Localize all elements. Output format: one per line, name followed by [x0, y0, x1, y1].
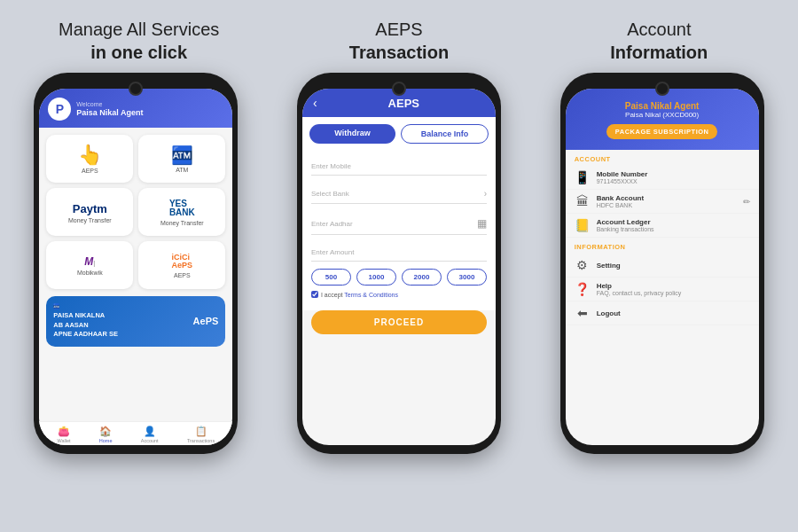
- phone2: ‹ AEPS Withdraw Balance Info Enter Mobil…: [297, 73, 501, 454]
- atm-tile[interactable]: 🏧 ATM: [138, 135, 225, 183]
- package-subscription-button[interactable]: PACKAGE SUBSCRIPTION: [606, 124, 718, 139]
- aeps-tile[interactable]: 👆 AEPS: [46, 135, 133, 183]
- welcome-label: Welcome: [76, 100, 143, 108]
- account-ledger-item: 📒 Account Ledger Banking transactions: [566, 214, 759, 238]
- phone3-notch: [655, 82, 669, 96]
- help-label: Help: [597, 282, 750, 290]
- ledger-icon: 📒: [575, 218, 591, 232]
- back-button[interactable]: ‹: [313, 96, 317, 110]
- settings-icon: ⚙: [575, 258, 591, 272]
- phone3: Paisa Nikal Agent Paisa Nikal (XXCD000) …: [560, 73, 764, 454]
- amount-2000[interactable]: 2000: [402, 269, 442, 286]
- nav-wallet[interactable]: 👛 Wallet: [57, 426, 70, 443]
- icici-tile[interactable]: iCiCiAePS AEPS: [138, 241, 225, 289]
- banner-text: PAISA NIKALNAAB AASANAPNE AADHAAR SE: [53, 311, 118, 340]
- p3-agent-id: Paisa Nikal (XXCD000): [575, 111, 750, 119]
- help-sub: FAQ, contact us, privacy policy: [597, 290, 750, 296]
- agent-name: Paisa Nikal Agent: [76, 108, 143, 119]
- phone2-title: AEPS Transaction: [284, 18, 514, 64]
- phone2-notch: [392, 82, 406, 96]
- info-section-label: INFORMATION: [566, 238, 759, 254]
- wallet-icon: 👛: [58, 426, 70, 437]
- nav-transactions[interactable]: 📋 Transactions: [187, 426, 215, 443]
- ledger-sub: Banking transactions: [597, 226, 750, 232]
- terms-link[interactable]: Terms & Conditions: [344, 292, 398, 298]
- bank-select-row[interactable]: Select Bank ›: [311, 183, 487, 204]
- bank-account-value: HDFC BANK: [597, 202, 737, 208]
- mobile-number-item: 📱 Mobile Number 9711455XXXX: [566, 166, 759, 190]
- paytm-tile[interactable]: Paytm Money Transfer: [46, 188, 133, 236]
- logout-icon: ⬅: [575, 306, 591, 320]
- phone2-screen: ‹ AEPS Withdraw Balance Info Enter Mobil…: [302, 89, 496, 445]
- qr-icon: ▦: [477, 217, 487, 230]
- service-grid: 👆 AEPS 🏧 ATM Paytm Money Transfer YESBAN…: [39, 128, 232, 293]
- phone3-screen: Paisa Nikal Agent Paisa Nikal (XXCD000) …: [566, 89, 759, 445]
- bank-account-label: Bank Account: [597, 194, 737, 202]
- mobikwik-logo-icon: M|: [84, 256, 95, 267]
- logout-label: Logout: [597, 309, 750, 317]
- yesbank-label: Money Transfer: [160, 220, 204, 226]
- amount-1000[interactable]: 1000: [356, 269, 396, 286]
- aeps-brand: AePS: [193, 316, 219, 326]
- phones-row: P Welcome Paisa Nikal Agent 👆 AEPS 🏧 ATM: [9, 73, 789, 454]
- tab-balance-info[interactable]: Balance Info: [401, 124, 489, 144]
- home-icon: 🏠: [99, 426, 112, 437]
- aeps-form: Enter Mobile Select Bank › Enter Aadhar …: [302, 151, 496, 310]
- transactions-icon: 📋: [195, 426, 207, 437]
- phone1-screen: P Welcome Paisa Nikal Agent 👆 AEPS 🏧 ATM: [39, 89, 232, 445]
- p3-agent-name: Paisa Nikal Agent: [575, 101, 750, 111]
- paytm-label: Money Transfer: [68, 217, 112, 223]
- account-icon: 👤: [144, 426, 156, 437]
- atm-label: ATM: [176, 167, 188, 173]
- amount-3000[interactable]: 3000: [447, 269, 487, 286]
- aadhar-placeholder: Enter Aadhar: [311, 220, 353, 228]
- mobile-placeholder: Enter Mobile: [311, 162, 351, 170]
- promo-banner: 🏧 PAISA NIKALNAAB AASANAPNE AADHAAR SE A…: [46, 296, 225, 347]
- aeps-icon: 👆: [78, 145, 102, 165]
- bank-account-item: 🏛 Bank Account HDFC BANK ✏: [566, 190, 759, 214]
- chevron-right-icon: ›: [484, 189, 487, 199]
- mobile-number-icon: 📱: [575, 170, 591, 184]
- phone1-notch: [129, 82, 143, 96]
- amount-input-row: Enter Amount: [311, 242, 487, 262]
- paytm-logo-icon: Paytm: [73, 203, 107, 215]
- tab-withdraw[interactable]: Withdraw: [309, 124, 395, 144]
- bank-account-icon: 🏛: [575, 194, 591, 208]
- terms-row: I accept Terms & Conditions: [311, 291, 487, 298]
- help-icon: ❓: [575, 282, 591, 296]
- mobile-number-label: Mobile Number: [597, 170, 750, 178]
- phone1-title: Manage All Services in one click: [24, 18, 254, 64]
- icici-label: AEPS: [174, 272, 191, 278]
- aeps-screen-title: AEPS: [323, 97, 485, 110]
- amount-500[interactable]: 500: [311, 269, 351, 286]
- app-logo: P: [48, 98, 71, 121]
- settings-label: Setting: [597, 262, 750, 270]
- bottom-nav: 👛 Wallet 🏠 Home 👤 Account 📋 Transactions: [39, 421, 232, 445]
- phone3-title: Account Information: [544, 18, 774, 64]
- mobikwik-tile[interactable]: M| Mobikwik: [46, 241, 133, 289]
- logout-item[interactable]: ⬅ Logout: [566, 301, 759, 325]
- phone1: P Welcome Paisa Nikal Agent 👆 AEPS 🏧 ATM: [34, 73, 238, 454]
- yesbank-logo-icon: YESBANK: [169, 200, 195, 217]
- settings-item[interactable]: ⚙ Setting: [566, 254, 759, 278]
- aeps-label: AEPS: [82, 168, 98, 174]
- titles-row: Manage All Services in one click AEPS Tr…: [9, 18, 789, 64]
- help-item[interactable]: ❓ Help FAQ, contact us, privacy policy: [566, 278, 759, 301]
- edit-bank-icon[interactable]: ✏: [743, 197, 750, 207]
- account-header: Paisa Nikal Agent Paisa Nikal (XXCD000) …: [566, 89, 759, 150]
- nav-account[interactable]: 👤 Account: [141, 426, 159, 443]
- account-section-label: ACCOUNT: [566, 150, 759, 166]
- icici-logo-icon: iCiCiAePS: [172, 254, 193, 270]
- atm-icon: 🏧: [171, 146, 193, 164]
- ledger-label: Account Ledger: [597, 218, 750, 226]
- terms-label: I accept Terms & Conditions: [321, 292, 398, 298]
- bank-placeholder: Select Bank: [311, 190, 349, 198]
- proceed-button[interactable]: PROCEED: [311, 310, 487, 334]
- terms-checkbox[interactable]: [311, 291, 318, 298]
- nav-home[interactable]: 🏠 Home: [99, 426, 113, 443]
- yesbank-tile[interactable]: YESBANK Money Transfer: [138, 188, 225, 236]
- aadhar-input-row: Enter Aadhar ▦: [311, 211, 487, 235]
- mobikwik-label: Mobikwik: [77, 270, 103, 276]
- amount-placeholder: Enter Amount: [311, 248, 354, 256]
- mobile-number-value: 9711455XXXX: [597, 178, 750, 184]
